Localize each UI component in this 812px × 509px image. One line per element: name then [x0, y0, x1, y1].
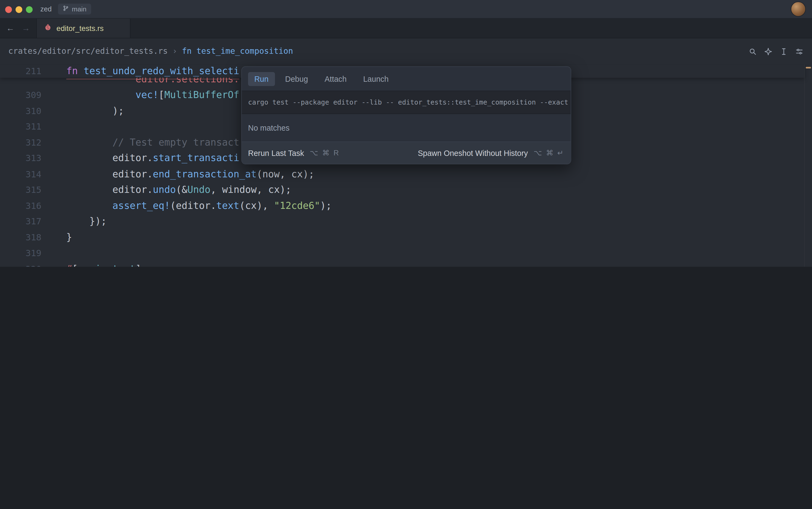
code-text[interactable]: // Test empty transact [41, 134, 239, 150]
tab-bar: ← → editor_tests.rs [0, 19, 812, 39]
code-line-314[interactable]: 314 editor.end_transaction_at(now, cx); [0, 166, 812, 182]
tab-label: editor_tests.rs [57, 24, 104, 33]
line-number[interactable]: 211 [0, 64, 41, 78]
no-matches-label: No matches [242, 114, 571, 141]
code-line-320[interactable]: 320#[gpui::test] [0, 261, 812, 267]
rerun-shortcut: ⌥ ⌘ R [310, 149, 340, 157]
line-number[interactable]: 311 [0, 119, 41, 134]
popup-footer: Rerun Last Task ⌥ ⌘ R Spawn Oneshot With… [242, 141, 571, 164]
nav-back-button[interactable]: ← [6, 24, 15, 33]
code-text[interactable]: editor.end_transaction_at(now, cx); [41, 166, 315, 182]
code-text[interactable]: }); [41, 213, 107, 229]
line-number[interactable]: 315 [0, 182, 41, 198]
user-avatar[interactable] [791, 2, 806, 16]
popup-tab-attach[interactable]: Attach [318, 72, 353, 86]
app-title: zed [40, 5, 52, 13]
search-icon[interactable] [748, 47, 757, 56]
code-text[interactable]: } [41, 229, 72, 245]
line-number[interactable]: 309 [0, 87, 41, 103]
task-command-input[interactable]: cargo test --package editor --lib -- edi… [242, 91, 571, 114]
task-command-text: cargo test --package editor --lib -- edi… [248, 99, 571, 106]
code-text[interactable]: #[gpui::test] [41, 261, 141, 267]
vertical-scrollbar-track[interactable] [804, 64, 812, 267]
titlebar: zed main [0, 0, 812, 19]
scrollbar-warning-mark [806, 67, 811, 68]
line-number[interactable]: 319 [0, 245, 41, 261]
breadcrumb-symbol[interactable]: fn test_ime_composition [182, 47, 293, 56]
code-text[interactable]: assert_eq!(editor.text(cx), "12cde6"); [41, 198, 332, 213]
minimize-button[interactable] [15, 6, 22, 13]
popup-tab-launch[interactable]: Launch [357, 72, 395, 86]
line-number[interactable]: 312 [0, 134, 41, 150]
spawn-shortcut: ⌥ ⌘ ↵ [533, 149, 564, 157]
branch-name: main [72, 5, 86, 13]
close-button[interactable] [5, 6, 12, 13]
code-line-318[interactable]: 318} [0, 229, 812, 245]
code-line-316[interactable]: 316 assert_eq!(editor.text(cx), "12cde6"… [0, 198, 812, 213]
editor-settings-sliders-icon[interactable] [795, 47, 804, 56]
text-cursor-icon[interactable] [779, 47, 788, 56]
line-number[interactable]: 320 [0, 261, 41, 267]
spawn-oneshot-button[interactable]: Spawn Oneshot Without History ⌥ ⌘ ↵ [418, 148, 564, 157]
line-number[interactable]: 317 [0, 213, 41, 229]
task-spawn-modal: RunDebugAttachLaunch cargo test --packag… [241, 66, 571, 164]
popup-tab-run[interactable]: Run [248, 72, 274, 86]
popup-tabs: RunDebugAttachLaunch [242, 67, 571, 91]
code-line-319[interactable]: 319 [0, 245, 812, 261]
branch-icon [63, 5, 69, 13]
line-number[interactable]: 316 [0, 198, 41, 213]
git-branch-selector[interactable]: main [58, 3, 91, 14]
line-number[interactable]: 313 [0, 150, 41, 166]
popup-tab-debug[interactable]: Debug [279, 72, 314, 86]
breadcrumb-path[interactable]: crates/editor/src/editor_tests.rs [8, 47, 168, 56]
tab-editor-tests[interactable]: editor_tests.rs [36, 19, 131, 38]
code-line-315[interactable]: 315 editor.undo(&Undo, window, cx); [0, 182, 812, 198]
line-number[interactable]: 314 [0, 166, 41, 182]
breadcrumb-separator: › [172, 47, 177, 56]
line-number[interactable]: 318 [0, 229, 41, 245]
breadcrumb: crates/editor/src/editor_tests.rs › fn t… [0, 38, 812, 64]
code-text[interactable]: ); [41, 103, 124, 119]
rerun-last-task-button[interactable]: Rerun Last Task ⌥ ⌘ R [248, 148, 340, 157]
zoom-button[interactable] [26, 6, 33, 13]
code-text[interactable] [41, 119, 67, 134]
rust-file-bug-icon [44, 23, 52, 33]
code-text[interactable] [41, 245, 67, 261]
zed-window: zed main ← → editor_tests.rs crates/edit… [0, 0, 812, 267]
code-text[interactable]: editor.start_transacti [41, 150, 239, 166]
line-number[interactable]: 310 [0, 103, 41, 119]
code-text[interactable]: fn test_undo_redo_with_selecti [41, 64, 239, 78]
code-text[interactable]: vec![MultiBufferOf [41, 87, 239, 103]
code-line-317[interactable]: 317 }); [0, 213, 812, 229]
assistant-sparkle-icon[interactable] [764, 47, 773, 56]
nav-forward-button[interactable]: → [22, 24, 30, 33]
code-text[interactable]: editor.undo(&Undo, window, cx); [41, 182, 292, 198]
